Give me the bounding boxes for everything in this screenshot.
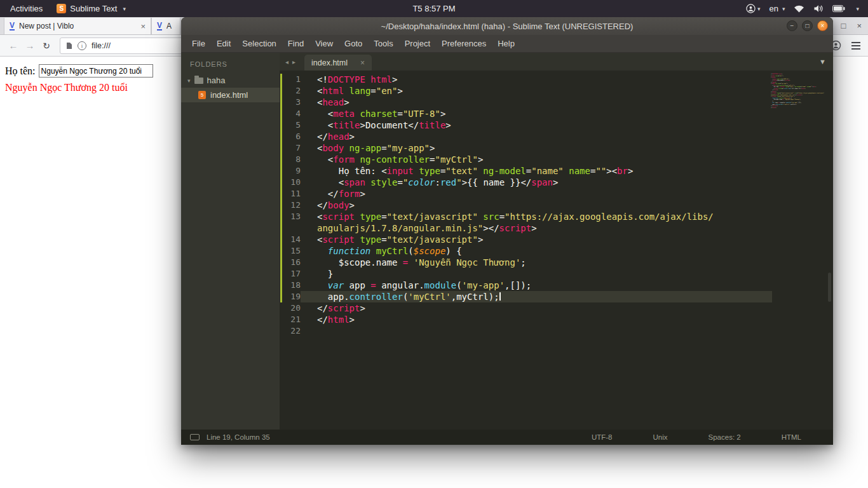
maximize-button[interactable]: □	[802, 20, 813, 31]
menu-preferences[interactable]: Preferences	[436, 39, 492, 48]
code-line[interactable]: 15 function myCtrl($scope) {	[280, 245, 833, 257]
browser-close-button[interactable]: ×	[857, 21, 862, 30]
viblo-favicon: V	[10, 22, 15, 30]
code-editor[interactable]: 1<!DOCTYPE html>2<html lang="en">3<head>…	[280, 71, 833, 430]
menu-help[interactable]: Help	[492, 39, 520, 48]
activities-button[interactable]: Activities	[8, 3, 45, 15]
tab-title: New post | Viblo	[19, 22, 136, 30]
folder-icon	[194, 78, 203, 84]
menu-find[interactable]: Find	[282, 39, 309, 48]
topbar-left: Activities S Sublime Text ▾	[0, 3, 126, 15]
sublime-logo-icon: S	[57, 4, 66, 13]
minimize-button[interactable]: −	[787, 20, 797, 31]
code-line[interactable]: 20</script>	[280, 302, 833, 314]
code-line[interactable]: 6</head>	[280, 131, 833, 142]
minimap-content: <!DOCTYPE html><html lang="en"><head> <m…	[771, 73, 824, 110]
menu-edit[interactable]: Edit	[211, 39, 236, 48]
code-line[interactable]: 4 <meta charset="UTF-8">	[280, 108, 833, 119]
back-button[interactable]: ←	[5, 40, 22, 51]
volume-icon[interactable]	[813, 4, 824, 13]
line-endings-indicator[interactable]: Unix	[653, 433, 668, 441]
code-line[interactable]: 7<body ng-app="my-app">	[280, 142, 833, 154]
navbar-right-icons	[831, 35, 860, 56]
browser-maximize-button[interactable]: □	[841, 21, 846, 30]
page-icon	[66, 42, 72, 50]
system-menu-chevron-icon[interactable]: ▾	[856, 6, 859, 12]
sublime-body: FOLDERS ▾ haha 5 index.html ◂ ▸	[181, 53, 833, 430]
code-line[interactable]: 11 </form>	[280, 188, 833, 200]
code-line[interactable]: 18 var app = angular.module('my-app',[])…	[280, 280, 833, 291]
folder-expand-caret-icon[interactable]: ▾	[187, 78, 191, 84]
statusbar: Line 19, Column 35 UTF-8 Unix Spaces: 2 …	[181, 430, 833, 445]
code-line[interactable]: 21</html>	[280, 314, 833, 325]
code-line[interactable]: 16 $scope.name = 'Nguyễn Ngọc Thương';	[280, 257, 833, 268]
file-label: index.html	[210, 90, 248, 100]
reload-button[interactable]: ↻	[38, 41, 55, 51]
code-line[interactable]: 1<!DOCTYPE html>	[280, 74, 833, 85]
modified-lines-marker	[280, 74, 282, 302]
sidebar-file-index-html[interactable]: 5 index.html	[181, 88, 280, 102]
battery-icon[interactable]	[832, 5, 845, 12]
editor-main: ◂ ▸ index.html × ▼ 1<!DOCTYPE html>2<htm…	[280, 53, 833, 430]
editor-tab-label: index.html	[311, 58, 348, 67]
text-cursor	[499, 292, 501, 301]
name-input[interactable]	[39, 64, 153, 78]
tab-close-icon[interactable]: ×	[360, 58, 365, 67]
tab-prev-icon[interactable]: ◂	[285, 58, 288, 65]
tab-title: A	[166, 22, 175, 30]
forward-button[interactable]: →	[22, 40, 38, 51]
person-circle-icon	[746, 4, 756, 13]
editor-tab-index-html[interactable]: index.html ×	[304, 55, 372, 71]
sidebar-folders-header: FOLDERS	[181, 58, 280, 74]
browser-tab-viblo[interactable]: V New post | Viblo ×	[4, 18, 151, 34]
browser-tab-second[interactable]: V A	[151, 18, 180, 34]
clock[interactable]: T5 8:57 PM	[0, 4, 868, 13]
tab-overflow-button[interactable]: ▼	[819, 58, 826, 65]
menu-goto[interactable]: Goto	[339, 39, 368, 48]
code-lines: 1<!DOCTYPE html>2<html lang="en">3<head>…	[280, 74, 833, 337]
code-line[interactable]: 3<head>	[280, 97, 833, 108]
menu-view[interactable]: View	[309, 39, 339, 48]
sublime-menubar: File Edit Selection Find View Goto Tools…	[181, 35, 833, 53]
menu-project[interactable]: Project	[399, 39, 436, 48]
chevron-down-icon: ▾	[782, 6, 785, 12]
menu-selection[interactable]: Selection	[236, 39, 281, 48]
code-line[interactable]: 17 }	[280, 268, 833, 280]
code-line[interactable]: 9 Họ tên: <input type="text" ng-model="n…	[280, 165, 833, 177]
close-button[interactable]: ×	[817, 20, 828, 31]
tab-next-icon[interactable]: ▸	[292, 58, 295, 65]
wifi-icon[interactable]	[794, 4, 804, 13]
tab-close-icon[interactable]: ×	[140, 22, 146, 31]
code-line[interactable]: 22	[280, 325, 833, 337]
minimap[interactable]: <!DOCTYPE html><html lang="en"><head> <m…	[771, 73, 824, 110]
html-file-icon: 5	[198, 91, 206, 99]
menu-tools[interactable]: Tools	[368, 39, 398, 48]
window-title: ~/Desktop/haha/index.html (haha) - Subli…	[381, 22, 634, 31]
sublime-titlebar[interactable]: ~/Desktop/haha/index.html (haha) - Subli…	[181, 17, 833, 35]
code-line[interactable]: 13<script type="text/javascript" src="ht…	[280, 211, 833, 222]
code-line[interactable]: 14<script type="text/javascript">	[280, 234, 833, 245]
vintage-mode-icon	[190, 434, 200, 440]
code-line[interactable]: 10 <span style="color:red">{{ name }}</s…	[280, 177, 833, 188]
scrollbar[interactable]	[828, 273, 831, 302]
sublime-appmenu[interactable]: S Sublime Text ▾	[57, 4, 126, 13]
code-line[interactable]: 2<html lang="en">	[280, 85, 833, 97]
user-status-menu[interactable]: ▾	[746, 4, 761, 13]
code-line[interactable]: angularjs/1.7.8/angular.min.js"></script…	[280, 222, 833, 234]
input-language-button[interactable]: en ▾	[769, 4, 785, 13]
sidebar-folder-haha[interactable]: ▾ haha	[181, 74, 280, 88]
indent-indicator[interactable]: Spaces: 2	[709, 433, 741, 441]
sidebar: FOLDERS ▾ haha 5 index.html	[181, 53, 280, 430]
menu-file[interactable]: File	[186, 39, 211, 48]
encoding-indicator[interactable]: UTF-8	[592, 433, 613, 441]
code-line[interactable]: 5 <title>Document</title>	[280, 119, 833, 131]
editor-tabbar: ◂ ▸ index.html × ▼	[280, 53, 833, 71]
menu-hamburger-icon[interactable]	[851, 42, 860, 50]
page-info-icon[interactable]: i	[78, 41, 86, 50]
syntax-indicator[interactable]: HTML	[782, 433, 801, 441]
gnome-topbar: Activities S Sublime Text ▾ T5 8:57 PM ▾…	[0, 0, 868, 17]
appmenu-label: Sublime Text	[70, 4, 117, 13]
code-line[interactable]: 8 <form ng-controller="myCtrl">	[280, 154, 833, 165]
code-line[interactable]: 12</body>	[280, 200, 833, 211]
code-line[interactable]: 19 app.controller('myCtrl',myCtrl);	[280, 291, 833, 302]
